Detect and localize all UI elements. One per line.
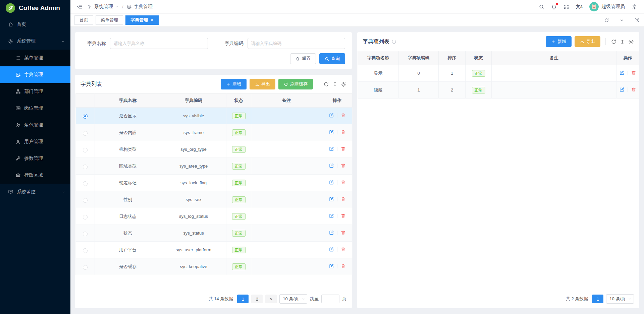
app-logo[interactable]: Coffee Admin <box>0 0 70 16</box>
table-settings-icon[interactable] <box>341 81 346 87</box>
delete-icon[interactable] <box>340 146 346 151</box>
delete-icon[interactable] <box>340 129 346 135</box>
dict-item-row[interactable]: 显示01正常 <box>358 65 639 82</box>
sidebar-item-role[interactable]: 角色管理 <box>0 117 70 133</box>
edit-icon[interactable] <box>329 180 334 185</box>
tab-home[interactable]: 首页 <box>74 15 93 25</box>
table-settings-icon[interactable] <box>628 39 634 45</box>
page-button-1[interactable]: 1 <box>592 295 603 303</box>
delete-icon[interactable] <box>631 87 636 92</box>
maximize-content-button[interactable] <box>629 14 644 26</box>
sidebar-item-system[interactable]: 系统管理 <box>0 33 70 50</box>
delete-icon[interactable] <box>340 247 346 252</box>
dict-table-row[interactable]: 状态sys_status正常 <box>76 225 353 242</box>
next-page-button[interactable]: > <box>265 295 277 303</box>
row-radio[interactable] <box>83 215 88 219</box>
status-badge: 正常 <box>232 163 246 170</box>
reset-button[interactable]: 重置 <box>290 53 316 64</box>
page-size-select[interactable]: 10 条/页 <box>279 294 307 304</box>
edit-icon[interactable] <box>619 70 625 75</box>
dict-item-row[interactable]: 隐藏12正常 <box>358 82 639 99</box>
page-button-2[interactable]: 2 <box>251 295 263 303</box>
delete-icon[interactable] <box>340 263 346 269</box>
row-radio[interactable] <box>83 131 88 136</box>
sidebar-item-dept[interactable]: 部门管理 <box>0 83 70 100</box>
dict-code-input[interactable] <box>248 38 345 49</box>
row-radio[interactable] <box>83 265 88 270</box>
refresh-cache-button[interactable]: 刷新缓存 <box>278 79 313 89</box>
edit-icon[interactable] <box>329 113 334 118</box>
row-radio[interactable] <box>83 181 88 186</box>
sidebar-item-user[interactable]: 用户管理 <box>0 133 70 150</box>
user-menu[interactable]: 超级管理员 <box>589 2 625 11</box>
export-button[interactable]: 导出 <box>250 79 275 89</box>
delete-icon[interactable] <box>340 113 346 118</box>
tab-dict-mgmt[interactable]: 字典管理 <box>125 15 159 25</box>
edit-icon[interactable] <box>329 247 334 252</box>
breadcrumb-item[interactable]: 字典管理 <box>134 4 153 10</box>
notifications-button[interactable] <box>551 4 557 10</box>
dict-table-row[interactable]: 日志状态sys_log_status正常 <box>76 208 353 225</box>
page-button-1[interactable]: 1 <box>237 295 249 303</box>
delete-icon[interactable] <box>340 213 346 218</box>
refresh-table-icon[interactable] <box>323 81 329 87</box>
sidebar-item-dict[interactable]: 字典管理 <box>0 66 70 83</box>
edit-icon[interactable] <box>329 146 334 151</box>
sidebar-item-menu[interactable]: 菜单管理 <box>0 50 70 66</box>
edit-icon[interactable] <box>329 163 334 168</box>
dict-table-row[interactable]: 机构类型sys_org_type正常 <box>76 141 353 158</box>
row-radio[interactable] <box>83 165 88 169</box>
dict-table-row[interactable]: 锁定标记sys_lock_flag正常 <box>76 175 353 191</box>
jump-page-input[interactable] <box>321 295 339 303</box>
sidebar-item-home[interactable]: 首页 <box>0 16 70 33</box>
menu-fold-icon[interactable] <box>76 4 83 10</box>
dict-table-row[interactable]: 是否内嵌sys_frame正常 <box>76 124 353 141</box>
edit-icon[interactable] <box>329 263 334 269</box>
dict-table-row[interactable]: 区域类型sys_area_type正常 <box>76 158 353 175</box>
refresh-page-button[interactable] <box>599 14 614 26</box>
sidebar-item-param[interactable]: 参数管理 <box>0 150 70 167</box>
content-area: 字典名称 字典编码 重置 <box>70 27 644 314</box>
settings-gear-icon[interactable] <box>632 4 637 10</box>
edit-icon[interactable] <box>329 129 334 135</box>
dict-table-row[interactable]: 是否显示sys_visible正常 <box>76 108 353 124</box>
dict-table-row[interactable]: 是否缓存sys_keepalive正常 <box>76 258 353 275</box>
tab-menu-mgmt[interactable]: 菜单管理 <box>96 15 123 25</box>
dict-name-input[interactable] <box>110 38 208 49</box>
page-size-select[interactable]: 10 条/页 <box>606 294 634 304</box>
dict-table-row[interactable]: 性别sys_sex正常 <box>76 191 353 208</box>
refresh-table-icon[interactable] <box>611 39 616 45</box>
edit-icon[interactable] <box>329 230 334 235</box>
search-icon[interactable] <box>539 4 544 10</box>
row-radio[interactable] <box>83 198 88 203</box>
export-items-button[interactable]: 导出 <box>575 36 600 47</box>
row-radio[interactable] <box>83 114 88 119</box>
sidebar-item-post[interactable]: 岗位管理 <box>0 100 70 117</box>
delete-icon[interactable] <box>340 196 346 202</box>
sidebar-item-monitor[interactable]: 系统监控 <box>0 184 70 200</box>
delete-icon[interactable] <box>631 70 636 75</box>
add-item-button[interactable]: 新增 <box>546 36 572 47</box>
row-radio[interactable] <box>83 148 88 152</box>
query-button[interactable]: 查询 <box>319 53 345 64</box>
row-height-icon[interactable] <box>332 81 338 87</box>
add-button[interactable]: 新增 <box>221 79 247 89</box>
edit-icon[interactable] <box>619 87 625 92</box>
dict-code-cell: sys_sex <box>161 191 226 208</box>
delete-icon[interactable] <box>340 180 346 185</box>
tab-options-button[interactable] <box>614 14 629 26</box>
dict-code-cell: sys_org_type <box>161 141 226 158</box>
fullscreen-icon[interactable] <box>564 4 569 10</box>
delete-icon[interactable] <box>340 230 346 235</box>
row-radio[interactable] <box>83 248 88 253</box>
close-icon[interactable] <box>150 18 154 22</box>
translate-icon[interactable]: 文A <box>576 4 583 10</box>
row-height-icon[interactable] <box>620 39 625 45</box>
breadcrumb-item[interactable]: 系统管理 <box>94 4 113 10</box>
edit-icon[interactable] <box>329 213 334 218</box>
edit-icon[interactable] <box>329 196 334 202</box>
delete-icon[interactable] <box>340 163 346 168</box>
dict-table-row[interactable]: 用户平台sys_user_platform正常 <box>76 242 353 258</box>
row-radio[interactable] <box>83 232 88 236</box>
sidebar-item-region[interactable]: 行政区域 <box>0 167 70 184</box>
